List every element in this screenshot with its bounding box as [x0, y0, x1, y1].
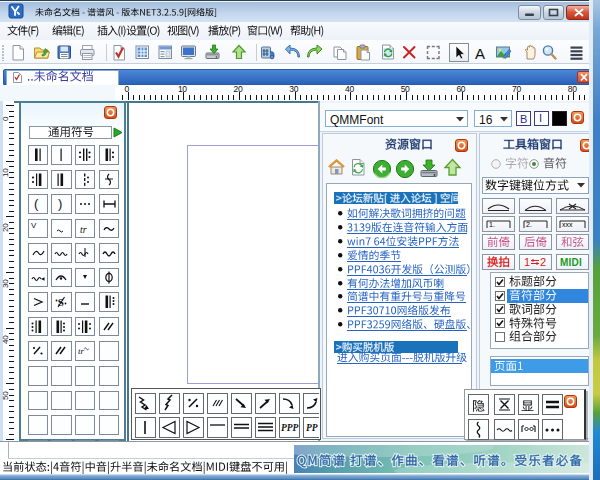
- svg-text:tr: tr: [80, 224, 87, 235]
- svg-text:PP: PP: [306, 423, 318, 433]
- svg-text:xxx: xxx: [562, 221, 573, 228]
- svg-text:(: (: [34, 196, 39, 211]
- svg-text:1: 1: [524, 256, 530, 268]
- svg-text:tr: tr: [78, 346, 85, 356]
- svg-text:2.: 2.: [526, 221, 532, 228]
- svg-text:): ): [58, 196, 62, 211]
- svg-text:V: V: [31, 221, 37, 230]
- svg-text:1.: 1.: [489, 221, 495, 228]
- svg-text:2: 2: [540, 256, 546, 268]
- svg-text:PPP: PPP: [281, 423, 299, 433]
